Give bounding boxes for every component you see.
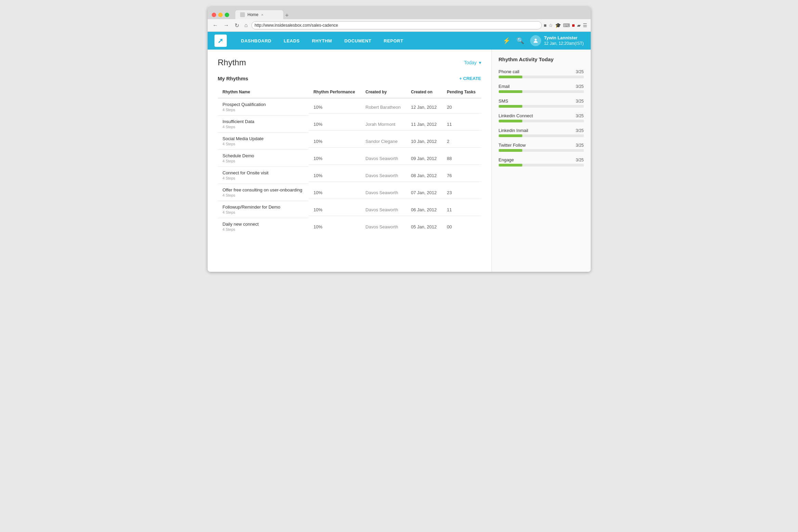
page-header: Rhythm Today ▾: [218, 58, 481, 67]
table-row[interactable]: Social Media Update 4 Steps 10% Sandor C…: [218, 133, 481, 150]
home-btn[interactable]: ⌂: [243, 22, 250, 29]
row-created-on: 08 Jan, 2012: [411, 173, 437, 178]
address-bar[interactable]: [251, 21, 541, 29]
row-performance: 10%: [313, 173, 322, 178]
screen-icon: ⌨: [563, 23, 570, 28]
browser-minimize-btn[interactable]: [218, 13, 223, 17]
create-button[interactable]: + CREATE: [459, 76, 481, 81]
browser-maximize-btn[interactable]: [225, 13, 229, 17]
activity-label: Linkedin Connect: [499, 113, 533, 118]
row-created-by: Jorah Mormont: [366, 122, 395, 127]
nav-leads[interactable]: LEADS: [278, 32, 306, 50]
row-performance: 10%: [313, 190, 322, 195]
back-btn[interactable]: ←: [211, 22, 220, 29]
search-icon[interactable]: 🔍: [516, 37, 524, 44]
row-steps: 4 Steps: [223, 142, 304, 146]
progress-track: [499, 105, 584, 108]
reload-btn[interactable]: ↻: [233, 22, 241, 29]
row-rhythm-name: Social Media Update: [223, 136, 304, 141]
activity-header: SMS 3/25: [499, 98, 584, 104]
main-layout: Rhythm Today ▾ My Rhythms + CREATE Rhyth: [208, 50, 591, 272]
row-created-on: 11 Jan, 2012: [411, 122, 437, 127]
progress-track: [499, 90, 584, 93]
user-avatar: [530, 35, 541, 46]
activity-label: Phone call: [499, 69, 520, 74]
app-logo[interactable]: ➚: [214, 35, 227, 47]
browser-toolbar: ← → ↻ ⌂ ■ ☆ 🎓 ⌨ ■ ▰ ☰: [208, 19, 591, 32]
row-pending: 88: [447, 156, 452, 161]
nav-document[interactable]: DOCUMENT: [338, 32, 378, 50]
star-icon[interactable]: ☆: [549, 23, 553, 28]
nav-report[interactable]: REPORT: [378, 32, 409, 50]
activity-list: Phone call 3/25 Email 3/25 SMS 3/25 Link…: [499, 69, 584, 167]
table-row[interactable]: Schedule Demo 4 Steps 10% Davos Seaworth…: [218, 150, 481, 167]
row-rhythm-name: Offer free consulting on user-onboarding: [223, 187, 304, 192]
browser-window: Home × + ← → ↻ ⌂ ■ ☆ 🎓 ⌨ ■ ▰ ☰ ➚ D: [208, 7, 591, 272]
menu-icon[interactable]: ☰: [583, 23, 587, 28]
activity-count: 3/25: [576, 158, 584, 162]
date-filter-label: Today: [464, 60, 476, 65]
col-pending: Pending Tasks: [442, 86, 481, 98]
browser-tab-home[interactable]: Home ×: [235, 10, 283, 19]
activity-count: 3/25: [576, 84, 584, 89]
activity-header: Phone call 3/25: [499, 69, 584, 74]
nav-rhythm[interactable]: RHYTHM: [306, 32, 338, 50]
row-created-on: 09 Jan, 2012: [411, 156, 437, 161]
user-menu[interactable]: Tywin Lannister 12 Jan, 12:20am(IST): [530, 35, 584, 46]
logo-icon: ➚: [218, 37, 223, 45]
table-row[interactable]: Daily new connect 4 Steps 10% Davos Seaw…: [218, 218, 481, 235]
row-created-by: Davos Seaworth: [366, 156, 398, 161]
table-row[interactable]: Prospect Qualification 4 Steps 10% Rober…: [218, 98, 481, 116]
row-rhythm-name: Insufficient Data: [223, 119, 304, 124]
stop-icon: ■: [572, 23, 575, 28]
date-filter[interactable]: Today ▾: [464, 60, 481, 65]
activity-label: SMS: [499, 98, 508, 104]
tab-favicon: [240, 12, 245, 17]
progress-fill: [499, 164, 523, 167]
table-body: Prospect Qualification 4 Steps 10% Rober…: [218, 98, 481, 235]
new-tab-btn[interactable]: +: [283, 12, 291, 19]
col-created-on: Created on: [406, 86, 442, 98]
browser-close-btn[interactable]: [212, 13, 216, 17]
row-created-on: 10 Jan, 2012: [411, 139, 437, 144]
activity-label: Email: [499, 84, 510, 89]
row-rhythm-name: Connect for Onsite visit: [223, 170, 304, 175]
chevron-down-icon: ▾: [479, 60, 481, 65]
row-steps: 4 Steps: [223, 108, 304, 112]
section-title: My Rhythms: [218, 76, 248, 81]
rhythm-table: Rhythm Name Rhythm Performance Created b…: [218, 86, 481, 235]
activity-count: 3/25: [576, 99, 584, 104]
panel-title: Rhythm Activity Today: [499, 56, 584, 62]
table-row[interactable]: Insufficient Data 4 Steps 10% Jorah Morm…: [218, 116, 481, 133]
table-row[interactable]: Offer free consulting on user-onboarding…: [218, 184, 481, 201]
activity-item: Email 3/25: [499, 84, 584, 93]
progress-fill: [499, 134, 523, 137]
lightning-icon[interactable]: ⚡: [503, 37, 510, 44]
browser-tabs: Home × +: [235, 10, 291, 19]
row-performance: 10%: [313, 105, 322, 110]
activity-label: Twitter Follow: [499, 143, 526, 148]
row-steps: 4 Steps: [223, 125, 304, 129]
forward-btn[interactable]: →: [222, 22, 231, 29]
row-steps: 4 Steps: [223, 227, 304, 231]
activity-label: Linkedin Inmail: [499, 128, 528, 133]
row-created-on: 05 Jan, 2012: [411, 224, 437, 229]
row-performance: 10%: [313, 122, 322, 127]
row-performance: 10%: [313, 207, 322, 212]
tab-close-btn[interactable]: ×: [261, 13, 263, 17]
activity-item: Twitter Follow 3/25: [499, 143, 584, 152]
user-name: Tywin Lannister: [544, 35, 584, 41]
progress-fill: [499, 105, 523, 108]
app-nav: ➚ DASHBOARD LEADS RHYTHM DOCUMENT REPORT…: [208, 32, 591, 50]
section-header: My Rhythms + CREATE: [218, 76, 481, 81]
table-row[interactable]: Followup/Reminder for Demo 4 Steps 10% D…: [218, 201, 481, 218]
nav-dashboard[interactable]: DASHBOARD: [235, 32, 278, 50]
row-performance: 10%: [313, 156, 322, 161]
activity-count: 3/25: [576, 114, 584, 118]
cursor-icon: ■: [544, 23, 547, 28]
table-row[interactable]: Connect for Onsite visit 4 Steps 10% Dav…: [218, 167, 481, 184]
progress-track: [499, 164, 584, 167]
progress-track: [499, 76, 584, 78]
row-pending: 00: [447, 224, 452, 229]
user-date: 12 Jan, 12:20am(IST): [544, 41, 584, 46]
